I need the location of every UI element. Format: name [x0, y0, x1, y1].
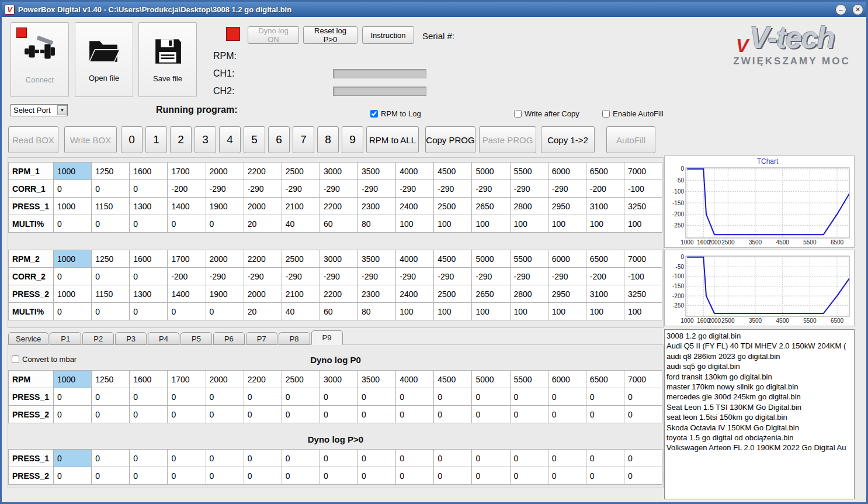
grid-cell[interactable]: 0	[396, 406, 434, 423]
grid-cell[interactable]: 2200	[320, 198, 357, 215]
grid-cell[interactable]: 4000	[396, 163, 434, 180]
digit-button-2[interactable]: 2	[170, 126, 192, 153]
grid-cell[interactable]: 0	[92, 388, 130, 406]
rpm-to-log-checkbox[interactable]	[370, 110, 378, 118]
grid-cell[interactable]: -290	[206, 268, 244, 285]
grid-cell[interactable]: 100	[548, 303, 586, 320]
digit-button-0[interactable]: 0	[121, 126, 143, 153]
grid-cell[interactable]: 6500	[586, 250, 624, 268]
grid-cell[interactable]: 2500	[282, 371, 320, 388]
grid-cell[interactable]: -290	[282, 268, 320, 285]
digit-button-4[interactable]: 4	[219, 126, 241, 153]
file-list[interactable]: 3008 1.2 go digital.binAudi Q5 II (FY FL…	[664, 329, 855, 499]
grid-cell[interactable]: 0	[130, 467, 168, 485]
grid-cell[interactable]: 0	[244, 388, 282, 406]
file-list-item[interactable]: Seat Leon 1.5 TSI 130KM Go Digital.bin	[666, 402, 854, 412]
grid-cell[interactable]: 2000	[206, 250, 244, 268]
grid-cell[interactable]: 4500	[434, 250, 472, 268]
grid-cell[interactable]: 0	[586, 450, 624, 467]
grid-cell[interactable]: 0	[130, 268, 168, 285]
grid-cell[interactable]: 0	[472, 388, 510, 406]
grid-cell[interactable]: 1600	[130, 371, 168, 388]
grid-cell[interactable]: 2800	[510, 198, 548, 215]
grid-cell[interactable]: 7000	[624, 163, 662, 180]
tab-p3[interactable]: P3	[115, 332, 147, 345]
grid-cell[interactable]: 0	[130, 406, 168, 423]
grid-cell[interactable]: 3250	[624, 285, 662, 303]
digit-button-7[interactable]: 7	[293, 126, 314, 153]
grid-cell[interactable]: 0	[434, 388, 472, 406]
grid-cell[interactable]: 0	[206, 388, 244, 406]
grid-cell[interactable]: 3250	[624, 198, 662, 215]
grid-cell[interactable]: 0	[434, 406, 472, 423]
grid-cell[interactable]: 0	[434, 467, 472, 485]
grid-cell[interactable]: 0	[396, 450, 434, 467]
grid-cell[interactable]: 1300	[130, 198, 168, 215]
grid-cell[interactable]: 0	[168, 215, 206, 233]
grid-cell[interactable]: 0	[206, 215, 244, 233]
grid-cell[interactable]: 1250	[92, 163, 130, 180]
grid-cell[interactable]: 0	[206, 450, 244, 467]
grid-cell[interactable]: 1400	[168, 198, 206, 215]
grid-cell[interactable]: -100	[624, 268, 662, 285]
grid-cell[interactable]: 6000	[548, 250, 586, 268]
grid-cell[interactable]: 0	[282, 467, 320, 485]
grid-cell[interactable]: 0	[130, 450, 168, 467]
grid-cell[interactable]: 100	[586, 215, 624, 233]
grid-cell[interactable]: 3500	[358, 371, 396, 388]
grid-cell[interactable]: -290	[434, 268, 472, 285]
grid-cell[interactable]: 1000	[54, 198, 92, 215]
grid-cell[interactable]: 2500	[282, 163, 320, 180]
grid-cell[interactable]: -100	[624, 180, 662, 198]
grid-cell[interactable]: 1250	[92, 250, 130, 268]
tab-p9[interactable]: P9	[311, 330, 343, 345]
grid-cell[interactable]: 5000	[472, 163, 510, 180]
grid-cell[interactable]: 1600	[130, 250, 168, 268]
tab-p1[interactable]: P1	[50, 332, 81, 345]
grid-cell[interactable]: 2950	[548, 198, 586, 215]
grid-cell[interactable]: 4500	[434, 371, 472, 388]
grid-cell[interactable]: 100	[624, 303, 662, 320]
grid-cell[interactable]: 0	[510, 406, 548, 423]
grid-cell[interactable]: -290	[396, 180, 434, 198]
grid-cell[interactable]: 5500	[510, 371, 548, 388]
grid-cell[interactable]: 2500	[434, 198, 472, 215]
grid-cell[interactable]: 3000	[320, 371, 357, 388]
file-list-item[interactable]: 3008 1.2 go digital.bin	[666, 331, 854, 341]
grid-cell[interactable]: 0	[206, 406, 244, 423]
grid-cell[interactable]: -290	[510, 268, 548, 285]
grid-cell[interactable]: 0	[130, 388, 168, 406]
grid-cell[interactable]: -290	[472, 180, 510, 198]
grid-cell[interactable]: 0	[586, 467, 624, 485]
file-list-item[interactable]: ford transit 130km go digital.bin	[666, 372, 854, 382]
grid-cell[interactable]: 0	[586, 388, 624, 406]
grid-cell[interactable]: 0	[92, 467, 130, 485]
grid-cell[interactable]: 1700	[168, 371, 206, 388]
tab-p5[interactable]: P5	[180, 332, 212, 345]
grid-cell[interactable]: 100	[510, 215, 548, 233]
copy-prog-button[interactable]: Copy PROG	[425, 126, 475, 153]
grid-cell[interactable]: 0	[130, 180, 168, 198]
save-file-button[interactable]: Save file	[138, 22, 197, 97]
grid-cell[interactable]: 4500	[434, 163, 472, 180]
grid-cell[interactable]: 1900	[206, 285, 244, 303]
grid-cell[interactable]: 0	[130, 303, 168, 320]
grid-cell[interactable]: 3000	[320, 250, 357, 268]
grid-cell[interactable]: 100	[434, 303, 472, 320]
grid-cell[interactable]: 0	[54, 268, 92, 285]
grid-cell[interactable]: 5500	[510, 250, 548, 268]
grid-cell[interactable]: 2000	[206, 371, 244, 388]
grid-cell[interactable]: 40	[282, 303, 320, 320]
grid-cell[interactable]: -290	[358, 180, 396, 198]
grid-cell[interactable]: -200	[168, 268, 206, 285]
grid-cell[interactable]: 5000	[472, 371, 510, 388]
digit-button-9[interactable]: 9	[342, 126, 363, 153]
file-list-item[interactable]: toyota 1.5 go digital od obciążenia.bin	[666, 433, 854, 443]
grid-cell[interactable]: 2500	[434, 285, 472, 303]
grid-cell[interactable]: -290	[472, 268, 510, 285]
grid-cell[interactable]: -290	[434, 180, 472, 198]
grid-cell[interactable]: 0	[206, 467, 244, 485]
grid-cell[interactable]: 0	[396, 467, 434, 485]
digit-button-8[interactable]: 8	[317, 126, 339, 153]
grid-cell[interactable]: 4000	[396, 371, 434, 388]
